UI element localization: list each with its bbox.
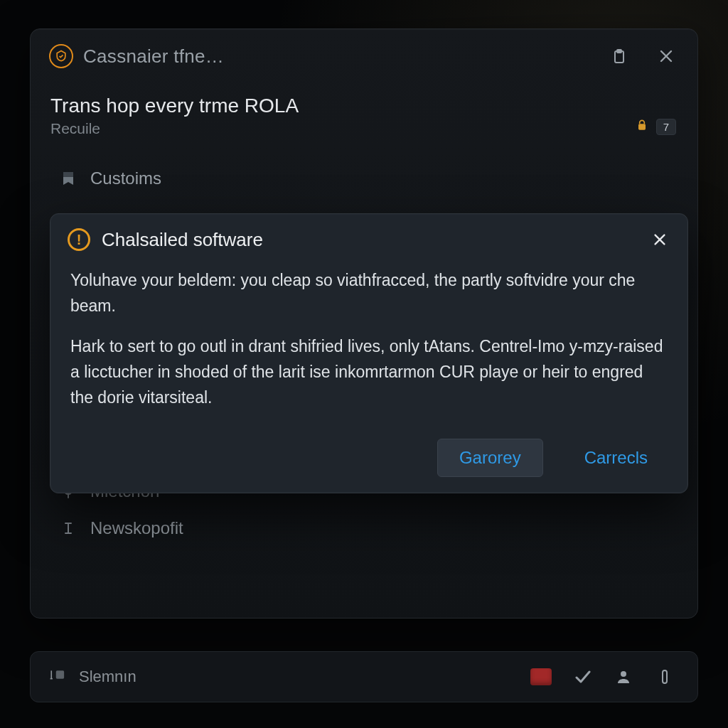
bottombar-left[interactable]: Slemnın: [49, 665, 136, 688]
bottom-bar: Slemnın: [30, 651, 698, 702]
menu-item-label: Newskopofit: [90, 518, 183, 538]
secondary-action-button[interactable]: Carrecls: [563, 439, 669, 476]
text-cursor-icon: [59, 519, 77, 537]
dialog-paragraph: Yoluhave your beldem: you cleap so viath…: [70, 268, 668, 318]
dialog-title: Chalsailed software: [102, 229, 263, 251]
profile-button[interactable]: [609, 663, 638, 691]
clipboard-button[interactable]: [606, 43, 632, 69]
svg-rect-7: [56, 670, 64, 678]
device-button[interactable]: [651, 663, 679, 691]
dialog-actions: Garorey Carrecls: [50, 430, 687, 493]
page-title: Trans hop every trme ROLA: [50, 95, 678, 117]
warning-icon: !: [68, 228, 90, 251]
count-badge: 7: [656, 119, 676, 135]
bottombar-label: Slemnın: [79, 668, 136, 686]
lock-icon: [635, 117, 649, 136]
record-icon: [530, 668, 552, 685]
svg-rect-9: [663, 670, 667, 683]
brand-icon: [49, 44, 73, 68]
menu-item-customs[interactable]: Custoims: [55, 163, 678, 194]
bookmark-icon: [59, 169, 77, 188]
dialog-close-button[interactable]: [649, 229, 670, 250]
badge-row: 7: [635, 117, 676, 136]
check-button[interactable]: [568, 663, 596, 691]
close-button[interactable]: [653, 43, 679, 69]
record-button[interactable]: [527, 663, 555, 691]
alert-dialog: ! Chalsailed software Yoluhave your beld…: [50, 213, 688, 493]
dialog-body: Yoluhave your beldem: you cleap so viath…: [50, 255, 687, 430]
menu-item-label: Custoims: [90, 168, 161, 188]
counter-icon: [49, 665, 68, 688]
dialog-paragraph: Hark to sert to go outl in drant shifrie…: [70, 334, 668, 410]
svg-point-8: [621, 671, 626, 677]
primary-action-button[interactable]: Garorey: [437, 439, 543, 477]
page-subtitle: Recuile: [50, 120, 678, 137]
menu-item-newskopofit[interactable]: Newskopofit: [55, 513, 678, 544]
svg-rect-4: [638, 124, 646, 129]
app-title: Cassnaier tfne…: [83, 46, 224, 68]
panel-header: Cassnaier tfne…: [31, 29, 697, 83]
